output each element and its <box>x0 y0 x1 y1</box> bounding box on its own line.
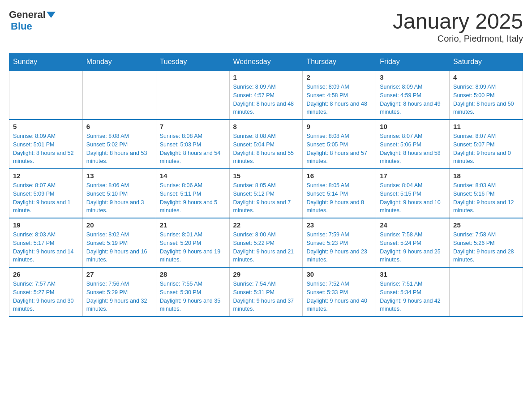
sun-info: Sunrise: 8:09 AMSunset: 5:00 PMDaylight:… <box>453 83 519 116</box>
day-number: 27 <box>86 270 152 278</box>
calendar-cell: 1Sunrise: 8:09 AMSunset: 4:57 PMDaylight… <box>229 71 303 120</box>
sun-info: Sunrise: 8:06 AMSunset: 5:10 PMDaylight:… <box>86 181 152 215</box>
calendar-cell: 30Sunrise: 7:52 AMSunset: 5:33 PMDayligh… <box>303 267 376 317</box>
sun-info: Sunrise: 8:06 AMSunset: 5:11 PMDaylight:… <box>160 181 226 215</box>
calendar-cell: 5Sunrise: 8:09 AMSunset: 5:01 PMDaylight… <box>9 120 83 169</box>
calendar-cell: 6Sunrise: 8:08 AMSunset: 5:02 PMDaylight… <box>82 120 156 169</box>
day-number: 1 <box>233 73 299 81</box>
day-number: 22 <box>233 221 299 229</box>
calendar-cell: 4Sunrise: 8:09 AMSunset: 5:00 PMDaylight… <box>450 71 523 120</box>
day-number: 11 <box>453 123 519 130</box>
day-number: 13 <box>86 172 152 180</box>
page-header: General Blue January 2025 Corio, Piedmon… <box>9 9 523 44</box>
calendar-cell: 23Sunrise: 7:59 AMSunset: 5:23 PMDayligh… <box>303 218 376 267</box>
calendar-cell: 24Sunrise: 7:58 AMSunset: 5:24 PMDayligh… <box>376 218 450 267</box>
calendar-week-row: 1Sunrise: 8:09 AMSunset: 4:57 PMDaylight… <box>9 71 523 120</box>
day-number: 21 <box>160 221 226 229</box>
sun-info: Sunrise: 7:52 AMSunset: 5:33 PMDaylight:… <box>306 280 372 313</box>
logo-blue-text: Blue <box>11 21 32 32</box>
sun-info: Sunrise: 7:59 AMSunset: 5:23 PMDaylight:… <box>306 231 372 264</box>
calendar-cell: 2Sunrise: 8:09 AMSunset: 4:58 PMDaylight… <box>303 71 376 120</box>
day-number: 29 <box>233 270 299 278</box>
calendar-cell: 13Sunrise: 8:06 AMSunset: 5:10 PMDayligh… <box>82 169 156 218</box>
calendar-cell: 9Sunrise: 8:08 AMSunset: 5:05 PMDaylight… <box>303 120 376 169</box>
calendar-cell: 14Sunrise: 8:06 AMSunset: 5:11 PMDayligh… <box>156 169 229 218</box>
calendar-cell: 3Sunrise: 8:09 AMSunset: 4:59 PMDaylight… <box>376 71 450 120</box>
sun-info: Sunrise: 7:58 AMSunset: 5:24 PMDaylight:… <box>380 231 446 264</box>
logo-triangle-icon <box>47 12 56 18</box>
sun-info: Sunrise: 7:56 AMSunset: 5:29 PMDaylight:… <box>86 280 152 313</box>
sun-info: Sunrise: 8:08 AMSunset: 5:03 PMDaylight:… <box>160 132 226 166</box>
calendar-cell: 8Sunrise: 8:08 AMSunset: 5:04 PMDaylight… <box>229 120 303 169</box>
day-number: 19 <box>13 221 79 229</box>
sun-info: Sunrise: 8:07 AMSunset: 5:07 PMDaylight:… <box>453 132 519 166</box>
calendar-cell <box>450 267 523 317</box>
calendar-week-row: 5Sunrise: 8:09 AMSunset: 5:01 PMDaylight… <box>9 120 523 169</box>
day-number: 28 <box>160 270 226 278</box>
sun-info: Sunrise: 8:07 AMSunset: 5:06 PMDaylight:… <box>380 132 446 166</box>
calendar-cell: 29Sunrise: 7:54 AMSunset: 5:31 PMDayligh… <box>229 267 303 317</box>
day-number: 18 <box>453 172 519 180</box>
calendar-cell: 26Sunrise: 7:57 AMSunset: 5:27 PMDayligh… <box>9 267 83 317</box>
day-number: 12 <box>13 172 79 180</box>
calendar-cell: 11Sunrise: 8:07 AMSunset: 5:07 PMDayligh… <box>450 120 523 169</box>
sun-info: Sunrise: 7:57 AMSunset: 5:27 PMDaylight:… <box>13 280 79 313</box>
sun-info: Sunrise: 8:09 AMSunset: 5:01 PMDaylight:… <box>13 132 79 166</box>
calendar-header-row: SundayMondayTuesdayWednesdayThursdayFrid… <box>9 53 523 71</box>
day-number: 2 <box>306 73 372 81</box>
day-number: 7 <box>160 123 226 130</box>
day-header-friday: Friday <box>376 53 450 71</box>
logo: General Blue <box>9 9 56 32</box>
day-header-saturday: Saturday <box>450 53 523 71</box>
day-number: 9 <box>306 123 372 130</box>
sun-info: Sunrise: 8:05 AMSunset: 5:14 PMDaylight:… <box>306 181 372 215</box>
day-header-sunday: Sunday <box>9 53 83 71</box>
day-number: 25 <box>453 221 519 229</box>
calendar-cell: 18Sunrise: 8:03 AMSunset: 5:16 PMDayligh… <box>450 169 523 218</box>
calendar-table: SundayMondayTuesdayWednesdayThursdayFrid… <box>9 53 523 317</box>
calendar-cell: 12Sunrise: 8:07 AMSunset: 5:09 PMDayligh… <box>9 169 83 218</box>
calendar-cell: 31Sunrise: 7:51 AMSunset: 5:34 PMDayligh… <box>376 267 450 317</box>
day-number: 30 <box>306 270 372 278</box>
sun-info: Sunrise: 8:08 AMSunset: 5:02 PMDaylight:… <box>86 132 152 166</box>
day-number: 5 <box>13 123 79 130</box>
calendar-cell <box>82 71 156 120</box>
sun-info: Sunrise: 8:08 AMSunset: 5:05 PMDaylight:… <box>306 132 372 166</box>
calendar-cell: 7Sunrise: 8:08 AMSunset: 5:03 PMDaylight… <box>156 120 229 169</box>
day-number: 31 <box>380 270 446 278</box>
calendar-week-row: 26Sunrise: 7:57 AMSunset: 5:27 PMDayligh… <box>9 267 523 317</box>
calendar-body: 1Sunrise: 8:09 AMSunset: 4:57 PMDaylight… <box>9 71 523 317</box>
day-number: 14 <box>160 172 226 180</box>
day-number: 17 <box>380 172 446 180</box>
day-header-tuesday: Tuesday <box>156 53 229 71</box>
sun-info: Sunrise: 8:03 AMSunset: 5:16 PMDaylight:… <box>453 181 519 215</box>
sun-info: Sunrise: 7:54 AMSunset: 5:31 PMDaylight:… <box>233 280 299 313</box>
sun-info: Sunrise: 8:05 AMSunset: 5:12 PMDaylight:… <box>233 181 299 215</box>
sun-info: Sunrise: 8:07 AMSunset: 5:09 PMDaylight:… <box>13 181 79 215</box>
title-block: January 2025 Corio, Piedmont, Italy <box>393 9 523 44</box>
sun-info: Sunrise: 7:55 AMSunset: 5:30 PMDaylight:… <box>160 280 226 313</box>
calendar-cell: 27Sunrise: 7:56 AMSunset: 5:29 PMDayligh… <box>82 267 156 317</box>
calendar-cell: 25Sunrise: 7:58 AMSunset: 5:26 PMDayligh… <box>450 218 523 267</box>
day-number: 23 <box>306 221 372 229</box>
day-header-monday: Monday <box>82 53 156 71</box>
calendar-cell <box>156 71 229 120</box>
sun-info: Sunrise: 8:01 AMSunset: 5:20 PMDaylight:… <box>160 231 226 264</box>
day-header-thursday: Thursday <box>303 53 376 71</box>
calendar-cell: 21Sunrise: 8:01 AMSunset: 5:20 PMDayligh… <box>156 218 229 267</box>
calendar-cell: 16Sunrise: 8:05 AMSunset: 5:14 PMDayligh… <box>303 169 376 218</box>
calendar-cell: 19Sunrise: 8:03 AMSunset: 5:17 PMDayligh… <box>9 218 83 267</box>
day-number: 15 <box>233 172 299 180</box>
day-number: 10 <box>380 123 446 130</box>
calendar-cell: 20Sunrise: 8:02 AMSunset: 5:19 PMDayligh… <box>82 218 156 267</box>
calendar-cell: 28Sunrise: 7:55 AMSunset: 5:30 PMDayligh… <box>156 267 229 317</box>
sun-info: Sunrise: 8:09 AMSunset: 4:57 PMDaylight:… <box>233 83 299 116</box>
sun-info: Sunrise: 8:08 AMSunset: 5:04 PMDaylight:… <box>233 132 299 166</box>
calendar-subtitle: Corio, Piedmont, Italy <box>393 34 523 44</box>
sun-info: Sunrise: 7:58 AMSunset: 5:26 PMDaylight:… <box>453 231 519 264</box>
sun-info: Sunrise: 8:03 AMSunset: 5:17 PMDaylight:… <box>13 231 79 264</box>
day-number: 8 <box>233 123 299 130</box>
calendar-cell: 15Sunrise: 8:05 AMSunset: 5:12 PMDayligh… <box>229 169 303 218</box>
sun-info: Sunrise: 8:09 AMSunset: 4:59 PMDaylight:… <box>380 83 446 116</box>
calendar-week-row: 19Sunrise: 8:03 AMSunset: 5:17 PMDayligh… <box>9 218 523 267</box>
